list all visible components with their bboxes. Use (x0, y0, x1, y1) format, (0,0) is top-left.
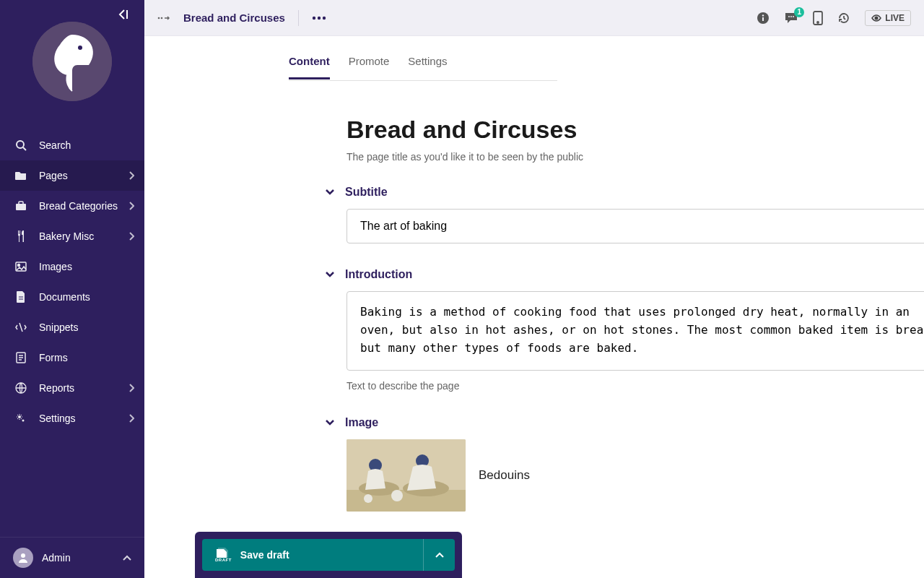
header-actions: 1 LIVE (757, 10, 911, 26)
document-icon (14, 290, 27, 303)
image-icon (14, 260, 27, 273)
chevron-right-icon (128, 232, 134, 241)
tab-content[interactable]: Content (289, 49, 330, 79)
page-title-help: The page title as you'd like it to be se… (346, 151, 924, 163)
sidebar-item-documents[interactable]: Documents (0, 282, 144, 312)
field-label: Image (345, 416, 378, 429)
svg-point-11 (158, 17, 160, 19)
sidebar-item-bakery-misc[interactable]: Bakery Misc (0, 221, 144, 251)
field-image: Image (346, 416, 924, 542)
action-bar: DRAFT Save draft (195, 532, 462, 578)
sidebar: Search Pages Bread Categories Bakery (0, 0, 144, 578)
sidebar-item-label: Documents (39, 291, 90, 303)
content-scroll[interactable]: Content Promote Settings Bread and Circu… (144, 36, 924, 578)
save-draft-label: Save draft (240, 549, 289, 561)
main-panel: Bread and Circuses 1 LIVE (144, 0, 924, 578)
breadcrumb-menu-icon[interactable] (157, 14, 170, 22)
chevron-down-icon[interactable] (325, 189, 336, 196)
sidebar-item-label: Images (39, 261, 72, 272)
svg-point-5 (18, 264, 20, 267)
svg-point-24 (876, 17, 879, 20)
comments-icon[interactable]: 1 (784, 12, 798, 25)
svg-rect-3 (16, 204, 26, 210)
svg-point-15 (323, 16, 326, 19)
subtitle-input[interactable] (346, 209, 924, 243)
info-icon[interactable] (757, 12, 770, 25)
page-title[interactable]: Bread and Circuses (346, 116, 924, 144)
tabs: Content Promote Settings (289, 36, 557, 80)
draft-icon: DRAFT (215, 548, 232, 562)
svg-point-23 (817, 22, 819, 23)
live-badge[interactable]: LIVE (865, 10, 911, 26)
svg-point-21 (793, 16, 794, 17)
svg-point-2 (17, 141, 24, 148)
sidebar-item-pages[interactable]: Pages (0, 160, 144, 191)
sidebar-nav: Search Pages Bread Categories Bakery (0, 130, 144, 537)
eye-icon (871, 14, 881, 22)
image-caption: Bedouins (479, 468, 530, 483)
introduction-help: Text to describe the page (346, 380, 924, 392)
svg-point-10 (21, 553, 25, 558)
introduction-textarea[interactable] (346, 291, 924, 371)
sidebar-collapse-button[interactable] (117, 9, 131, 20)
save-draft-button[interactable]: DRAFT Save draft (202, 539, 423, 571)
breadcrumb: Bread and Circuses (157, 10, 326, 26)
sidebar-item-label: Settings (39, 413, 76, 424)
page-actions-icon[interactable] (312, 16, 326, 20)
sidebar-item-label: Snippets (39, 322, 78, 333)
svg-point-9 (22, 420, 25, 422)
field-label: Introduction (345, 268, 412, 281)
cogs-icon (14, 412, 27, 425)
save-more-button[interactable] (423, 539, 455, 571)
chevron-up-icon (123, 555, 131, 561)
comments-badge: 1 (794, 7, 804, 17)
header: Bread and Circuses 1 LIVE (144, 0, 924, 36)
chevron-down-icon[interactable] (325, 419, 336, 426)
avatar (13, 548, 33, 568)
sidebar-item-label: Forms (39, 352, 68, 363)
svg-point-12 (161, 17, 163, 19)
sidebar-item-reports[interactable]: Reports (0, 373, 144, 403)
live-label: LIVE (885, 13, 905, 23)
sidebar-item-label: Bakery Misc (39, 230, 94, 242)
sidebar-item-bread-categories[interactable]: Bread Categories (0, 191, 144, 221)
field-label: Subtitle (345, 186, 388, 199)
account-label: Admin (42, 552, 71, 564)
sidebar-item-label: Bread Categories (39, 200, 118, 212)
history-icon[interactable] (837, 12, 850, 25)
utensils-icon (14, 230, 27, 243)
chevron-right-icon (128, 171, 134, 180)
field-introduction: Introduction Text to describe the page (346, 268, 924, 392)
breadcrumb-title[interactable]: Bread and Circuses (183, 12, 285, 24)
svg-rect-17 (762, 17, 764, 21)
search-icon (14, 139, 27, 152)
svg-point-20 (790, 16, 792, 17)
mobile-preview-icon[interactable] (813, 11, 823, 25)
svg-point-18 (762, 14, 764, 16)
sidebar-item-settings[interactable]: Settings (0, 403, 144, 434)
svg-point-19 (788, 16, 790, 17)
field-subtitle: Subtitle (346, 186, 924, 243)
sidebar-item-label: Pages (39, 170, 68, 181)
sidebar-item-search[interactable]: Search (0, 130, 144, 160)
account-menu[interactable]: Admin (0, 537, 144, 578)
svg-point-13 (313, 16, 315, 19)
sidebar-item-label: Reports (39, 382, 74, 394)
tab-settings[interactable]: Settings (408, 49, 447, 79)
svg-point-31 (391, 490, 403, 501)
chevron-right-icon (128, 384, 134, 392)
tab-promote[interactable]: Promote (349, 49, 390, 79)
svg-point-8 (18, 415, 21, 418)
briefcase-icon (14, 199, 27, 212)
sidebar-item-snippets[interactable]: Snippets (0, 312, 144, 342)
chevron-down-icon[interactable] (325, 271, 336, 278)
svg-point-32 (364, 494, 372, 503)
chevron-right-icon (128, 202, 134, 210)
svg-point-14 (318, 16, 321, 19)
image-thumbnail[interactable] (346, 439, 466, 512)
sidebar-item-forms[interactable]: Forms (0, 342, 144, 373)
sidebar-item-images[interactable]: Images (0, 251, 144, 282)
globe-icon (14, 381, 27, 394)
form-icon (14, 351, 27, 364)
chevron-right-icon (128, 414, 134, 423)
